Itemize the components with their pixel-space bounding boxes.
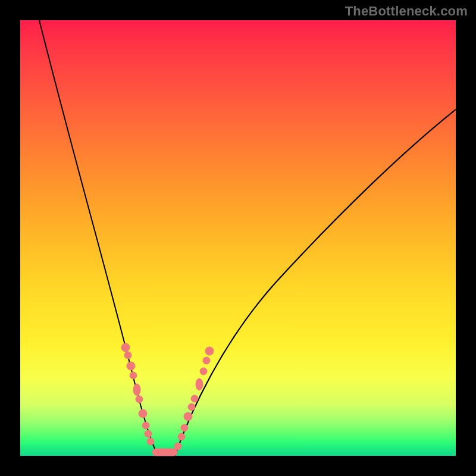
bead-left-4 <box>130 372 137 379</box>
plot-area <box>20 20 456 456</box>
bead-left-7 <box>139 409 147 418</box>
bead-left-5 <box>133 384 140 396</box>
bead-right-9 <box>203 357 210 364</box>
bead-right-3 <box>181 424 188 431</box>
curve-layer <box>20 20 456 456</box>
bead-left-9 <box>145 430 152 437</box>
bead-left-1 <box>121 343 130 352</box>
watermark-text: TheBottleneck.com <box>345 4 468 19</box>
bead-right-7 <box>196 378 203 390</box>
bead-right-5 <box>188 403 195 411</box>
bead-right-6 <box>191 395 198 402</box>
bead-right-8 <box>200 368 207 375</box>
bead-left-10 <box>147 438 154 445</box>
bead-right-2 <box>178 433 185 440</box>
bead-left-3 <box>127 362 135 370</box>
bead-right-1 <box>174 443 181 450</box>
curve-right-branch <box>175 109 456 456</box>
bead-left-8 <box>142 422 149 429</box>
bead-right-4 <box>184 412 192 421</box>
bead-left-2 <box>124 352 131 359</box>
bead-bottom-cluster <box>152 449 177 456</box>
bead-right-10 <box>205 347 214 355</box>
outer-frame: TheBottleneck.com <box>0 0 476 476</box>
bead-left-6 <box>136 396 143 403</box>
